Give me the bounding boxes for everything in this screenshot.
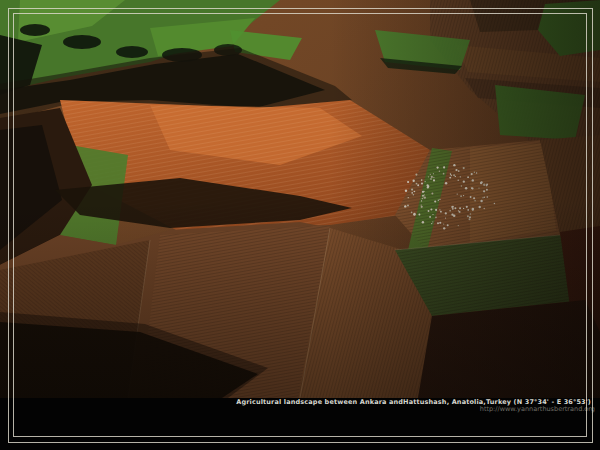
vignette xyxy=(0,0,600,398)
caption: Agricultural landscape between Ankara an… xyxy=(236,399,591,413)
aerial-photo xyxy=(0,0,600,398)
wallpaper-image: Agricultural landscape between Ankara an… xyxy=(0,0,600,450)
caption-url: http://www.yannarthusbertrand.org xyxy=(236,406,595,413)
